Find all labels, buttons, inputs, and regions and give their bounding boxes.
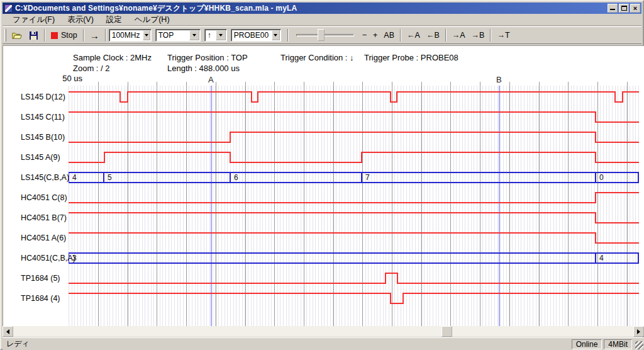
toolbar-separator bbox=[287, 29, 289, 42]
menu-bar: ファイル(F) 表示(V) 設定 ヘルプ(H) bbox=[3, 14, 641, 26]
channel-label: HC4051 C(8) bbox=[21, 193, 67, 203]
waveform-view: Sample Clock : 2MHz Trigger Position : T… bbox=[3, 45, 644, 326]
zoom-slider[interactable] bbox=[296, 28, 354, 42]
trigger-condition-label: Trigger Condition : ↓ bbox=[280, 53, 354, 62]
resize-grip[interactable] bbox=[635, 341, 643, 349]
channel-label: LS145 B(10) bbox=[21, 132, 65, 142]
menu-help[interactable]: ヘルプ(H) bbox=[128, 14, 176, 26]
stop-icon bbox=[51, 32, 58, 39]
maximize-button[interactable] bbox=[619, 4, 629, 13]
waveform-channel bbox=[69, 293, 639, 303]
scrollbar-thumb[interactable] bbox=[441, 326, 452, 337]
goto-trigger-button[interactable]: →T bbox=[494, 28, 513, 42]
channel-label: HC4051(C,B,A) bbox=[21, 253, 75, 263]
bus-value: 5 bbox=[108, 173, 112, 182]
window-title: C:¥Documents and Settings¥noname¥デスクトップ¥… bbox=[15, 3, 606, 14]
stop-label: Stop bbox=[61, 31, 77, 40]
status-online: Online bbox=[572, 339, 602, 349]
trigger-probe-label: Trigger Probe : PROBE08 bbox=[364, 53, 458, 62]
arrow-right-icon bbox=[637, 329, 640, 334]
stop-button[interactable]: Stop bbox=[48, 28, 80, 42]
goto-marker-a-left-button[interactable]: ←A bbox=[404, 28, 423, 42]
chevron-down-icon[interactable] bbox=[143, 30, 150, 40]
app-icon bbox=[4, 4, 13, 13]
goto-marker-a-right-button[interactable]: →A bbox=[449, 28, 469, 42]
channel-label: HC4051 A(6) bbox=[21, 233, 66, 243]
chevron-down-icon[interactable] bbox=[189, 30, 199, 40]
slider-groove bbox=[296, 34, 354, 37]
channel-label: LS145 A(9) bbox=[21, 152, 60, 162]
close-icon: × bbox=[633, 5, 637, 11]
bus-value: 6 bbox=[234, 173, 238, 182]
menu-settings[interactable]: 設定 bbox=[100, 14, 128, 26]
waveform-channel bbox=[69, 152, 639, 162]
zoom-in-button[interactable]: + bbox=[370, 28, 380, 42]
toolbar-separator bbox=[44, 29, 45, 42]
toolbar-separator bbox=[83, 29, 84, 42]
zoom-label: Zoom : / 2 bbox=[73, 64, 110, 73]
waveform-channel bbox=[69, 213, 639, 223]
floppy-disk-icon bbox=[29, 31, 38, 40]
zoom-ab-button[interactable]: AB bbox=[380, 28, 397, 42]
trigger-position-label: Trigger Position : TOP bbox=[167, 53, 248, 62]
waveform-channel bbox=[69, 193, 639, 203]
open-folder-icon bbox=[12, 31, 22, 40]
bus-value: 3 bbox=[72, 254, 77, 262]
length-label: Length : 488.000 us bbox=[167, 64, 240, 73]
save-button[interactable] bbox=[25, 28, 42, 42]
run-button[interactable]: → bbox=[87, 28, 103, 42]
waveform-channel bbox=[69, 112, 639, 122]
horizontal-scrollbar[interactable] bbox=[3, 326, 644, 337]
close-button[interactable]: × bbox=[630, 4, 640, 13]
waveform-channel bbox=[69, 273, 639, 283]
toolbar-separator bbox=[400, 29, 401, 42]
channel-label: LS145 C(11) bbox=[21, 112, 65, 122]
status-bar: レディ Online 4MBit bbox=[3, 337, 644, 350]
slider-thumb[interactable] bbox=[318, 29, 325, 41]
waveform-plot[interactable]: 4567034 bbox=[69, 82, 639, 326]
goto-marker-b-left-button[interactable]: ←B bbox=[423, 28, 443, 42]
menu-view[interactable]: 表示(V) bbox=[61, 14, 100, 26]
channel-label: TP1684 (5) bbox=[21, 273, 60, 283]
status-memory: 4MBit bbox=[604, 339, 632, 349]
channel-label: HC4051 B(7) bbox=[21, 213, 67, 223]
minimize-button[interactable] bbox=[608, 4, 618, 13]
toolbar-separator bbox=[105, 29, 106, 42]
minimize-icon bbox=[610, 5, 615, 10]
open-file-button[interactable] bbox=[9, 28, 25, 42]
menu-file[interactable]: ファイル(F) bbox=[6, 14, 61, 26]
goto-marker-b-right-button[interactable]: →B bbox=[469, 28, 488, 42]
waveform-channel bbox=[69, 132, 639, 142]
maximize-icon bbox=[621, 6, 627, 11]
channel-label: TP1684 (4) bbox=[21, 293, 60, 303]
status-message: レディ bbox=[3, 339, 572, 349]
run-arrow-icon: → bbox=[90, 30, 99, 41]
chevron-down-icon[interactable] bbox=[272, 30, 280, 40]
bus-value: 4 bbox=[72, 173, 77, 182]
scroll-right-button[interactable] bbox=[633, 326, 644, 337]
sample-clock-label: Sample Clock : 2MHz bbox=[73, 53, 152, 62]
clock-select[interactable]: 100MHz bbox=[109, 29, 152, 42]
toolbar-separator bbox=[445, 29, 447, 42]
trigger-position-select[interactable]: TOP bbox=[155, 29, 201, 42]
waveform-channel bbox=[69, 92, 639, 102]
toolbar: Stop → 100MHz TOP ↑ PROBE00 − + AB bbox=[3, 26, 641, 44]
channel-label: LS145(C,B,A) bbox=[21, 172, 69, 183]
zoom-out-button[interactable]: − bbox=[359, 28, 370, 42]
trigger-edge-select[interactable]: ↑ bbox=[204, 29, 227, 42]
toolbar-separator bbox=[490, 29, 491, 42]
bus-value: 4 bbox=[599, 254, 604, 262]
bus-value: 7 bbox=[365, 173, 370, 182]
title-bar: C:¥Documents and Settings¥noname¥デスクトップ¥… bbox=[3, 3, 641, 14]
chevron-down-icon[interactable] bbox=[216, 30, 226, 40]
arrow-left-icon bbox=[6, 329, 9, 334]
waveform-channel bbox=[69, 233, 639, 243]
app-window: C:¥Documents and Settings¥noname¥デスクトップ¥… bbox=[0, 0, 644, 350]
bus-value: 0 bbox=[599, 173, 604, 182]
toolbar-grip[interactable] bbox=[4, 29, 6, 42]
channel-label: LS145 D(12) bbox=[21, 92, 65, 102]
probe-select[interactable]: PROBE00 bbox=[231, 29, 281, 42]
scroll-left-button[interactable] bbox=[3, 326, 13, 337]
